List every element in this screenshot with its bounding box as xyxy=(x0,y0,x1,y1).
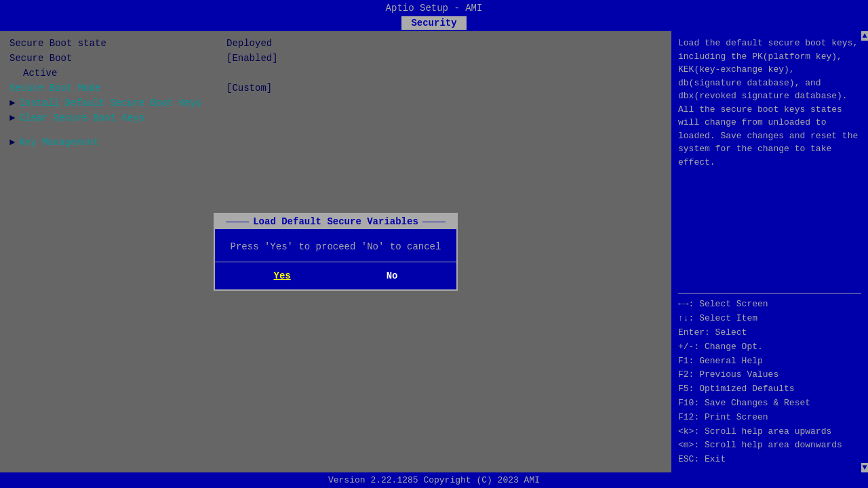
key-hint: <m>: Scroll help area downwards xyxy=(678,439,861,453)
dialog-title-text: Load Default Secure Variables xyxy=(253,216,418,227)
scrollbar[interactable]: ▲ ▼ xyxy=(861,31,868,472)
key-hint: +/-: Change Opt. xyxy=(678,340,861,354)
key-hint: ↑↓: Select Item xyxy=(678,312,861,326)
title-bar: Aptio Setup - AMI xyxy=(0,0,868,16)
dialog-body: Press 'Yes' to proceed 'No' to cancel xyxy=(215,229,456,262)
scroll-up-arrow[interactable]: ▲ xyxy=(861,31,868,41)
no-button[interactable]: No xyxy=(373,269,412,283)
dialog-buttons: Yes No xyxy=(215,262,456,289)
key-hint: ←→: Select Screen xyxy=(678,298,861,312)
dialog: Load Default Secure Variables Press 'Yes… xyxy=(214,213,458,291)
key-hint: F12: Print Screen xyxy=(678,411,861,425)
help-text: Load the default secure boot keys, inclu… xyxy=(678,37,861,293)
tab-bar: Security xyxy=(0,16,868,31)
key-hint: F5: Optimized Defaults xyxy=(678,382,861,396)
dialog-title: Load Default Secure Variables xyxy=(215,214,456,229)
key-hint: F10: Save Changes & Reset xyxy=(678,396,861,411)
key-hint: F2: Previous Values xyxy=(678,368,861,382)
key-hint: <k>: Scroll help area upwards xyxy=(678,425,861,439)
scrollbar-thumb xyxy=(861,41,868,463)
dialog-message: Press 'Yes' to proceed 'No' to cancel xyxy=(231,241,441,252)
active-tab[interactable]: Security xyxy=(401,16,466,30)
right-panel: Load the default secure boot keys, inclu… xyxy=(671,31,868,472)
key-hint: ESC: Exit xyxy=(678,453,861,467)
version-text: Version 2.22.1285 Copyright (C) 2023 AMI xyxy=(328,475,540,485)
scroll-down-arrow[interactable]: ▼ xyxy=(861,463,868,472)
key-hint: F1: General Help xyxy=(678,354,861,369)
yes-button[interactable]: Yes xyxy=(260,269,304,283)
keys-section: ←→: Select Screen↑↓: Select ItemEnter: S… xyxy=(678,293,861,467)
app-title: Aptio Setup - AMI xyxy=(386,3,483,14)
left-panel: Secure Boot state Deployed Secure Boot [… xyxy=(0,31,671,472)
dialog-overlay: Load Default Secure Variables Press 'Yes… xyxy=(0,31,671,472)
main-content: Secure Boot state Deployed Secure Boot [… xyxy=(0,31,868,472)
key-hint: Enter: Select xyxy=(678,326,861,340)
bottom-bar: Version 2.22.1285 Copyright (C) 2023 AMI xyxy=(0,472,868,488)
